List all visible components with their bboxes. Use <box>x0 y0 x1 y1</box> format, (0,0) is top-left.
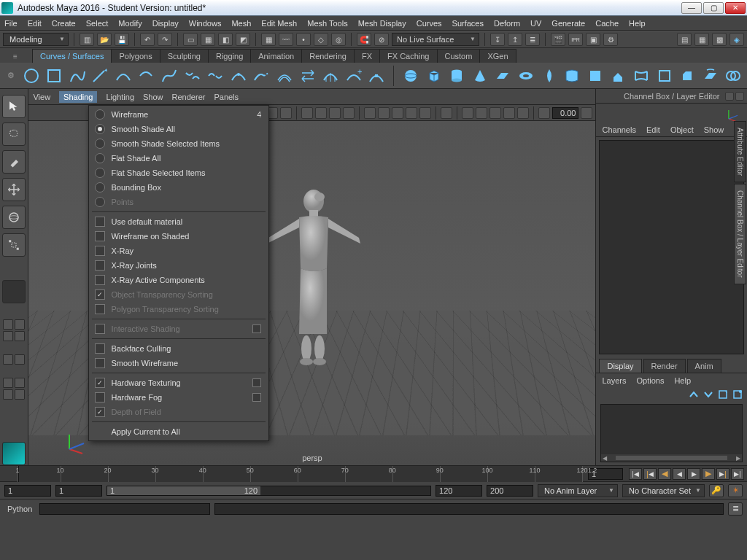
maya-home-icon[interactable] <box>2 442 26 465</box>
project-curve-icon[interactable] <box>701 66 720 85</box>
redo-icon[interactable]: ↷ <box>158 33 172 46</box>
exposure-icon[interactable] <box>538 107 550 119</box>
curve-edit-icon[interactable] <box>368 66 387 85</box>
panel-menu-lighting[interactable]: Lighting <box>106 93 134 101</box>
step-forward-key-button[interactable]: ▶| <box>716 468 729 480</box>
shading-smooth-shade-all[interactable]: Smooth Shade All <box>89 122 268 136</box>
menu-help[interactable]: Help <box>629 19 646 28</box>
panel-close-icon[interactable] <box>735 92 744 101</box>
shelf-tab-sculpting[interactable]: Sculpting <box>160 49 209 63</box>
shelf-tab-xgen[interactable]: XGen <box>479 49 516 63</box>
menu-generate[interactable]: Generate <box>551 19 585 28</box>
snap-grid-icon[interactable]: ▦ <box>261 33 276 46</box>
shading-wireframe[interactable]: Wireframe4 <box>89 107 268 122</box>
shelf-tab-fx-caching[interactable]: FX Caching <box>379 49 437 63</box>
shelf-tab-animation[interactable]: Animation <box>250 49 302 63</box>
range-start-outer[interactable]: 1 <box>4 485 51 497</box>
birail-icon[interactable] <box>632 66 651 85</box>
shelf-gear-icon[interactable]: ⚙ <box>4 71 18 80</box>
menu-mesh-tools[interactable]: Mesh Tools <box>307 19 347 28</box>
shading-xray-active[interactable]: X-Ray Active Components <box>89 273 268 287</box>
ep-curve-icon[interactable] <box>68 66 87 85</box>
menu-mesh[interactable]: Mesh <box>231 19 251 28</box>
extend-curve-icon[interactable] <box>252 66 271 85</box>
panel-menu-renderer[interactable]: Renderer <box>172 93 206 101</box>
cb-show[interactable]: Show <box>704 125 724 134</box>
step-back-button[interactable]: ◀ <box>658 468 671 480</box>
four-pane-icon[interactable] <box>15 319 25 330</box>
menu-display[interactable]: Display <box>152 19 179 28</box>
menu-windows[interactable]: Windows <box>189 19 222 28</box>
hypershade-icon[interactable] <box>3 389 13 400</box>
add-points-icon[interactable]: + <box>344 66 363 85</box>
panel-menu-view[interactable]: View <box>33 93 50 101</box>
menu-select[interactable]: Select <box>86 19 109 28</box>
workspace-dropdown[interactable]: Modeling <box>3 33 69 46</box>
select-hierarchy-icon[interactable]: ▦ <box>201 33 215 46</box>
menu-create[interactable]: Create <box>52 19 76 28</box>
grid-toggle-icon[interactable] <box>301 107 313 119</box>
multisample-icon[interactable] <box>517 107 529 119</box>
panel-layout-3-icon[interactable]: ▩ <box>712 33 727 46</box>
graph-editor-icon[interactable] <box>3 378 13 388</box>
resolution-gate-icon[interactable] <box>329 107 341 119</box>
move-tool[interactable] <box>2 178 26 201</box>
anim-layer-dropdown[interactable]: No Anim Layer <box>538 484 618 497</box>
nurbs-cone-icon[interactable] <box>471 66 489 85</box>
range-thumb[interactable]: 1 120 <box>107 486 260 495</box>
layer-scrollbar[interactable]: ◀▶ <box>601 454 742 462</box>
character-set-dropdown[interactable]: No Character Set <box>622 484 705 497</box>
wireframe-icon[interactable] <box>364 107 376 119</box>
shading-flat-shade-selected[interactable]: Flat Shade Selected Items <box>89 166 268 180</box>
live-surface-dropdown[interactable]: No Live Surface <box>392 33 479 46</box>
auto-key-button[interactable]: 🔑 <box>709 484 724 497</box>
paint-select-tool[interactable] <box>2 150 26 174</box>
select-tool[interactable] <box>2 95 26 118</box>
single-pane-icon[interactable] <box>3 319 13 330</box>
range-end-inner[interactable]: 120 <box>436 485 482 497</box>
command-input[interactable] <box>39 503 210 515</box>
snap-live-icon[interactable]: ◎ <box>331 33 346 46</box>
side-tab-channel-box[interactable]: Channel Box / Layer Editor <box>734 184 746 284</box>
shading-hardware-fog[interactable]: Hardware Fog <box>89 390 268 405</box>
shading-smooth-shade-selected[interactable]: Smooth Shade Selected Items <box>89 136 268 151</box>
nurbs-cylinder-icon[interactable] <box>447 66 466 85</box>
two-pane-h-icon[interactable] <box>3 331 13 341</box>
shelf-collapse-icon[interactable]: ≡ <box>13 52 26 63</box>
select-component-icon[interactable]: ◩ <box>236 33 250 46</box>
outliner-icon[interactable] <box>3 354 13 365</box>
menu-modify[interactable]: Modify <box>118 19 142 28</box>
output-operations-icon[interactable]: ↥ <box>508 33 522 46</box>
lights-icon[interactable] <box>406 107 417 119</box>
go-to-start-button[interactable]: |◀ <box>629 468 642 480</box>
menu-curves[interactable]: Curves <box>417 19 442 28</box>
offset-curve-icon[interactable] <box>275 66 294 85</box>
detach-curves-icon[interactable] <box>206 66 225 85</box>
shading-smooth-wireframe[interactable]: Smooth Wireframe <box>89 356 268 370</box>
textured-icon[interactable] <box>392 107 403 119</box>
play-forward-button[interactable]: ▶ <box>687 468 700 480</box>
rotate-tool[interactable] <box>2 206 26 229</box>
construction-history-icon[interactable]: ≣ <box>525 33 540 46</box>
cb-channels[interactable]: Channels <box>602 125 635 134</box>
nurbs-plane-icon[interactable] <box>494 66 513 85</box>
planar-icon[interactable] <box>586 66 605 85</box>
make-live-icon[interactable]: 🧲 <box>357 33 371 46</box>
prefs-button[interactable]: ✶ <box>728 484 743 497</box>
revolve-icon[interactable] <box>540 66 559 85</box>
layers-help[interactable]: Help <box>674 376 691 385</box>
image-plane-icon[interactable] <box>280 107 292 119</box>
loft-icon[interactable] <box>562 66 581 85</box>
bevel-icon[interactable] <box>678 66 697 85</box>
script-language-label[interactable]: Python <box>4 505 35 513</box>
shelf-tab-custom[interactable]: Custom <box>437 49 481 63</box>
new-layer-icon[interactable] <box>718 389 728 400</box>
shading-wireframe-on-shaded[interactable]: Wireframe on Shaded <box>89 229 268 244</box>
nurbs-circle-icon[interactable] <box>22 66 41 85</box>
shading-apply-all[interactable]: Apply Current to All <box>89 424 268 439</box>
open-scene-icon[interactable]: 📂 <box>97 33 112 46</box>
bezier-curve-icon[interactable] <box>160 66 179 85</box>
menu-edit-mesh[interactable]: Edit Mesh <box>261 19 297 28</box>
extrude-icon[interactable] <box>609 66 628 85</box>
minimize-button[interactable]: — <box>681 2 702 14</box>
